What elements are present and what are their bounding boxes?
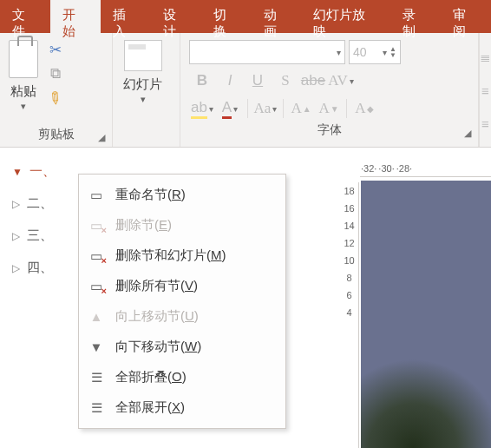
menu-move-up: ▲向上移动节(U) — [79, 301, 285, 332]
format-painter-button[interactable]: ✎ — [44, 87, 68, 110]
collapse-icon: ☰ — [88, 370, 105, 385]
slides-label: 幻灯片 — [123, 76, 162, 93]
outline-label: 一、 — [29, 163, 56, 180]
group-label-font: 字体◢ — [186, 120, 473, 142]
menu-expand[interactable]: ☰全部展开(X) — [79, 392, 285, 423]
dialog-launcher-icon[interactable]: ◢ — [98, 132, 105, 143]
new-slide-button[interactable]: 幻灯片 ▾ — [118, 36, 167, 126]
tab-开始[interactable]: 开始 — [50, 0, 101, 33]
outline-label: 三、 — [27, 227, 53, 244]
triangle-right-icon[interactable]: ▷ — [12, 230, 20, 242]
shadow-button[interactable]: S — [272, 69, 298, 92]
menu-label: 向下移动节(W) — [115, 339, 201, 355]
italic-button[interactable]: I — [217, 69, 243, 92]
tab-切换[interactable]: 切换 — [201, 0, 252, 33]
menu-label: 向上移动节(U) — [115, 308, 199, 325]
menu-label: 删除节(E) — [115, 217, 172, 234]
char-spacing-button[interactable]: AV▾ — [328, 69, 354, 92]
menu-delete-every[interactable]: ▭删除所有节(V) — [79, 271, 285, 301]
tab-幻灯片放映[interactable]: 幻灯片放映 — [301, 0, 390, 33]
triangle-right-icon[interactable]: ▷ — [12, 198, 20, 210]
group-font: ▾ 40▾▲▼ B I U S abe AV▾ ab▾ A▾ Aa▾ A▲ A▼… — [180, 33, 479, 147]
expand-icon: ☰ — [88, 400, 105, 416]
slide-thumb-icon — [124, 40, 162, 71]
ruler-horizontal: ∙32∙∙30∙∙28∙ — [360, 160, 491, 177]
font-name-combo[interactable]: ▾ — [189, 40, 345, 64]
group-slides: 幻灯片 ▾ — [113, 33, 180, 147]
paste-label: 粘贴 — [10, 83, 36, 100]
font-color-button[interactable]: A▾ — [217, 97, 243, 120]
clipboard-icon — [9, 40, 38, 78]
slide-edit-area[interactable] — [361, 181, 491, 448]
menu-label: 删除节和幻灯片(M) — [115, 247, 226, 264]
menu-label: 全部折叠(O) — [115, 369, 187, 385]
outline-section[interactable]: ▷二、 — [12, 195, 78, 212]
group-label-clipboard: 剪贴板◢ — [5, 124, 107, 147]
tab-文件[interactable]: 文件 — [0, 0, 50, 33]
delete-icon: ▭ — [88, 218, 105, 234]
highlight-button[interactable]: ab▾ — [189, 97, 215, 120]
ribbon-tabs: 文件开始插入设计切换动画幻灯片放映录制审阅 — [0, 0, 491, 33]
font-size-combo[interactable]: 40▾▲▼ — [349, 40, 401, 64]
delete-all-icon: ▭ — [88, 248, 105, 264]
delete-every-icon: ▭ — [88, 279, 105, 294]
bullets-icon[interactable]: ≣ — [480, 49, 491, 65]
move-up-icon: ▲ — [88, 309, 105, 324]
tab-审阅[interactable]: 审阅 — [441, 0, 491, 33]
align-icon[interactable]: ≡ — [481, 83, 489, 98]
chevron-down-icon[interactable]: ▾ — [141, 94, 146, 105]
menu-label: 全部展开(X) — [115, 399, 185, 416]
menu-label: 重命名节(R) — [115, 187, 186, 203]
outline-section[interactable]: ▼一、 — [12, 163, 78, 180]
group-paragraph-edge: ≣ ≡ ≡ — [479, 33, 491, 147]
tab-动画[interactable]: 动画 — [252, 0, 302, 33]
menu-label: 删除所有节(V) — [115, 278, 198, 294]
ribbon-content: 粘贴 ▾ ✂ ⧉ ✎ 剪贴板◢ 幻灯片 ▾ ▾ 40▾▲▼ B — [0, 33, 491, 148]
outline-label: 四、 — [27, 260, 53, 276]
move-down-icon: ▼ — [88, 339, 105, 354]
triangle-right-icon[interactable]: ▷ — [12, 262, 20, 274]
menu-delete: ▭删除节(E) — [79, 210, 285, 240]
menu-move-down[interactable]: ▼向下移动节(W) — [79, 332, 285, 362]
bold-button[interactable]: B — [189, 69, 215, 92]
group-clipboard: 粘贴 ▾ ✂ ⧉ ✎ 剪贴板◢ — [0, 33, 113, 147]
change-case-button[interactable]: Aa▾ — [252, 97, 278, 120]
group-label-slides — [118, 126, 174, 147]
tab-设计[interactable]: 设计 — [151, 0, 201, 33]
menu-collapse[interactable]: ☰全部折叠(O) — [79, 362, 285, 392]
outline-section[interactable]: ▷四、 — [12, 260, 78, 276]
strikethrough-button[interactable]: abe — [300, 69, 326, 92]
menu-delete-all[interactable]: ▭删除节和幻灯片(M) — [79, 240, 285, 271]
dialog-launcher-icon[interactable]: ◢ — [464, 128, 471, 139]
outline-panel: ▼一、▷二、▷三、▷四、 — [0, 148, 78, 292]
slide-image — [361, 344, 491, 448]
triangle-down-icon[interactable]: ▼ — [12, 166, 23, 178]
tab-插入[interactable]: 插入 — [101, 0, 151, 33]
menu-rename[interactable]: ▭重命名节(R) — [79, 180, 285, 210]
paste-button[interactable]: 粘贴 ▾ — [5, 36, 42, 124]
tab-录制[interactable]: 录制 — [390, 0, 441, 33]
chevron-down-icon[interactable]: ▾ — [21, 101, 26, 112]
ruler-vertical: 1816141210864 — [340, 182, 359, 448]
shrink-font-button[interactable]: A▼ — [316, 97, 342, 120]
align-icon[interactable]: ≡ — [481, 116, 489, 131]
outline-label: 二、 — [27, 195, 53, 212]
rename-icon: ▭ — [88, 188, 105, 203]
section-context-menu: ▭重命名节(R)▭删除节(E)▭删除节和幻灯片(M)▭删除所有节(V)▲向上移动… — [78, 174, 286, 429]
grow-font-button[interactable]: A▲ — [288, 97, 314, 120]
copy-button[interactable]: ⧉ — [47, 66, 64, 82]
cut-button[interactable]: ✂ — [47, 42, 64, 57]
outline-section[interactable]: ▷三、 — [12, 227, 78, 244]
underline-button[interactable]: U — [245, 69, 271, 92]
clear-format-button[interactable]: A◆ — [351, 97, 377, 120]
